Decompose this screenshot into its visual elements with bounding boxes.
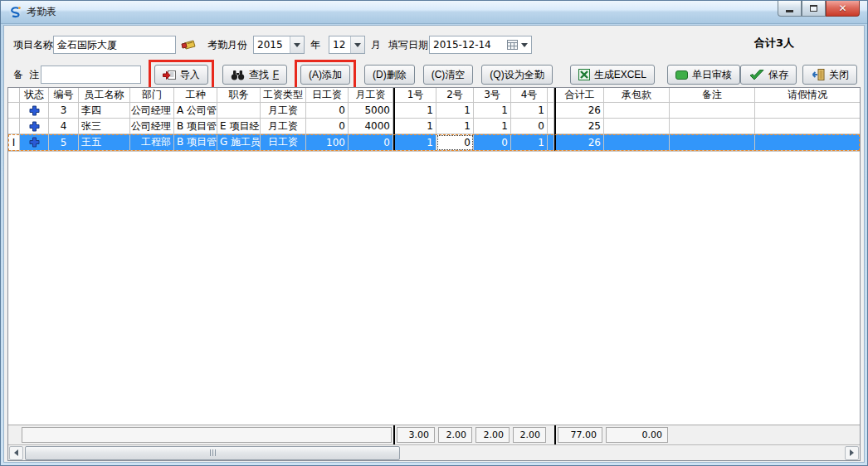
- column-header-monthwage[interactable]: 月工资: [349, 88, 393, 103]
- day1-cell[interactable]: 1: [395, 119, 436, 134]
- job-cell[interactable]: [217, 103, 261, 119]
- monthwage-cell[interactable]: 5000: [349, 103, 393, 119]
- year-select[interactable]: 2015: [253, 36, 305, 54]
- status-cell[interactable]: [20, 134, 49, 151]
- day3-cell[interactable]: 1: [474, 119, 511, 134]
- column-header-wagetype[interactable]: 工资类型: [261, 88, 306, 103]
- lookup-icon[interactable]: [181, 36, 197, 54]
- note-cell[interactable]: [670, 103, 755, 119]
- id-cell[interactable]: 3: [49, 103, 79, 119]
- column-header-leave[interactable]: 请假情况: [755, 88, 860, 103]
- status-cell[interactable]: [20, 119, 49, 134]
- column-header-daywage[interactable]: 日工资: [306, 88, 349, 103]
- scroll-right-button[interactable]: [845, 446, 859, 460]
- name-cell[interactable]: 张三: [79, 119, 130, 134]
- row-indicator: I: [8, 134, 20, 151]
- plus-icon: [29, 137, 40, 148]
- daywage-cell[interactable]: 100: [306, 134, 349, 151]
- add-highlight-box: (A)添加: [295, 60, 356, 90]
- worktype-cell[interactable]: B 项目管: [174, 119, 217, 134]
- note-cell[interactable]: [670, 119, 755, 134]
- monthwage-cell[interactable]: 4000: [349, 119, 393, 134]
- column-header-worktype[interactable]: 工种: [174, 88, 217, 103]
- generate-excel-button[interactable]: 生成EXCEL: [570, 65, 655, 85]
- chevron-down-icon[interactable]: [290, 36, 304, 53]
- day4-cell[interactable]: 1: [511, 134, 548, 151]
- leave-cell[interactable]: [755, 103, 860, 119]
- column-header-day3[interactable]: 3号: [474, 88, 511, 103]
- column-header-id[interactable]: 编号: [49, 88, 79, 103]
- daywage-cell[interactable]: 0: [306, 103, 349, 119]
- note-cell[interactable]: [670, 134, 755, 151]
- wagetype-cell[interactable]: 日工资: [261, 134, 306, 151]
- minimize-button[interactable]: [778, 1, 802, 17]
- save-button[interactable]: 保存: [740, 65, 797, 85]
- column-header-day4[interactable]: 4号: [511, 88, 548, 103]
- wagetype-cell[interactable]: 月工资: [261, 103, 306, 119]
- status-cell[interactable]: [20, 103, 49, 119]
- day4-cell[interactable]: 0: [511, 119, 548, 134]
- day3-cell[interactable]: 1: [474, 103, 511, 119]
- project-name-input[interactable]: 金石国际大厦: [53, 36, 176, 54]
- day3-cell[interactable]: 0: [474, 134, 511, 151]
- id-cell[interactable]: 5: [49, 134, 79, 151]
- column-header-contract[interactable]: 承包款: [604, 88, 670, 103]
- day-audit-icon: [675, 70, 688, 80]
- contract-cell[interactable]: [604, 119, 670, 134]
- calendar-icon[interactable]: [507, 40, 518, 50]
- column-header-total[interactable]: 合计工: [556, 88, 604, 103]
- scroll-left-button[interactable]: [9, 446, 23, 460]
- day2-cell[interactable]: 1: [436, 103, 474, 119]
- date-picker[interactable]: 2015-12-14: [429, 36, 532, 54]
- leave-cell[interactable]: [755, 134, 860, 151]
- dept-cell[interactable]: 工程部: [130, 134, 174, 151]
- day1-cell[interactable]: 1: [395, 134, 436, 151]
- worktype-cell[interactable]: B 项目管: [174, 134, 217, 151]
- contract-cell[interactable]: [604, 103, 670, 119]
- daywage-cell[interactable]: 0: [306, 119, 349, 134]
- dept-cell[interactable]: 公司经理: [130, 119, 174, 134]
- add-button[interactable]: (A)添加: [300, 65, 350, 85]
- contract-cell[interactable]: [604, 134, 670, 151]
- delete-button[interactable]: (D)删除: [364, 65, 415, 85]
- summary-day2: 2.00: [438, 427, 472, 443]
- column-header-job[interactable]: 职务: [217, 88, 261, 103]
- column-header-note[interactable]: 备注: [670, 88, 755, 103]
- note-input[interactable]: [41, 66, 140, 84]
- column-header-name[interactable]: 员工名称: [79, 88, 130, 103]
- close-window-button[interactable]: ✕: [826, 1, 860, 17]
- chevron-down-icon[interactable]: [350, 36, 364, 53]
- total-cell[interactable]: 26: [556, 103, 604, 119]
- column-header-status[interactable]: 状态: [20, 88, 49, 103]
- scrollbar-track[interactable]: [24, 446, 844, 460]
- dept-cell[interactable]: 公司经理: [130, 103, 174, 119]
- maximize-button[interactable]: [802, 1, 826, 17]
- column-header-day2[interactable]: 2号: [436, 88, 474, 103]
- close-button[interactable]: 关闭: [802, 65, 857, 85]
- import-button[interactable]: 导入: [154, 65, 208, 85]
- day-audit-button[interactable]: 单日审核: [667, 65, 740, 85]
- chevron-down-icon[interactable]: [521, 43, 528, 47]
- day1-cell[interactable]: 1: [395, 103, 436, 119]
- month-select[interactable]: 12: [329, 36, 365, 54]
- column-header-day1[interactable]: 1号: [395, 88, 436, 103]
- worktype-cell[interactable]: A 公司管: [174, 103, 217, 119]
- scrollbar-thumb[interactable]: [25, 446, 400, 460]
- column-header-dept[interactable]: 部门: [130, 88, 174, 103]
- monthwage-cell[interactable]: 0: [349, 134, 393, 151]
- id-cell[interactable]: 4: [49, 119, 79, 134]
- find-button[interactable]: 查找F: [222, 65, 287, 85]
- total-cell[interactable]: 25: [556, 119, 604, 134]
- set-full-attendance-button[interactable]: (Q)设为全勤: [481, 65, 552, 85]
- leave-cell[interactable]: [755, 119, 860, 134]
- name-cell[interactable]: 王五: [79, 134, 130, 151]
- clear-button[interactable]: (C)清空: [423, 65, 474, 85]
- total-cell[interactable]: 26: [556, 134, 604, 151]
- wagetype-cell[interactable]: 月工资: [261, 119, 306, 134]
- day4-cell[interactable]: 1: [511, 103, 548, 119]
- day2-cell-focused[interactable]: 0: [436, 134, 474, 151]
- job-cell[interactable]: E 项目经: [217, 119, 261, 134]
- name-cell[interactable]: 李四: [79, 103, 130, 119]
- job-cell[interactable]: G 施工员: [217, 134, 261, 151]
- day2-cell[interactable]: 1: [436, 119, 474, 134]
